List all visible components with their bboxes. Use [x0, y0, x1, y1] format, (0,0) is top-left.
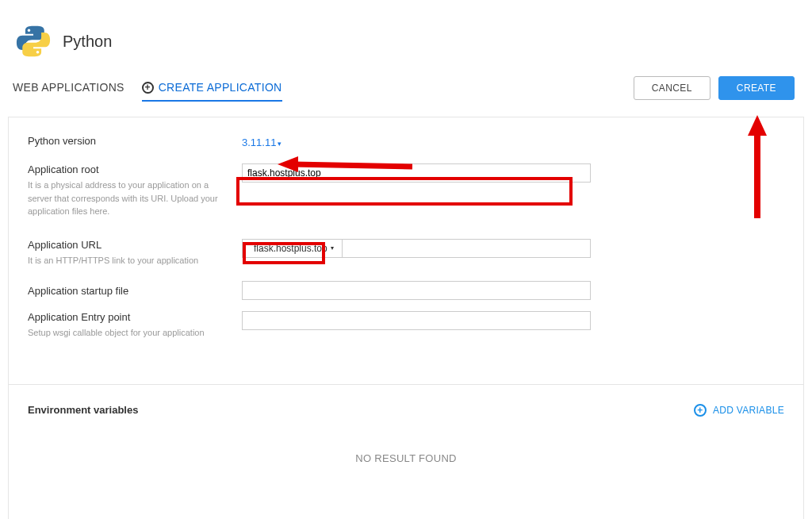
caret-down-icon: ▾	[331, 244, 334, 252]
label-startup-file: Application startup file	[28, 285, 234, 297]
label-python-version: Python version	[28, 135, 234, 147]
python-logo-icon	[16, 24, 51, 59]
label-app-url: Application URL	[28, 239, 234, 251]
page-header: Python	[8, 16, 804, 67]
startup-file-input[interactable]	[242, 281, 591, 300]
app-url-path-input[interactable]	[343, 239, 591, 258]
tab-web-applications[interactable]: WEB APPLICATIONS	[13, 75, 124, 102]
row-app-url: Application URL It is an HTTP/HTTPS link…	[28, 239, 784, 267]
form-card: Python version 3.11.11▾ Application root…	[8, 117, 804, 519]
add-variable-label: ADD VARIABLE	[713, 405, 784, 416]
tabs-row: WEB APPLICATIONS + CREATE APPLICATION CA…	[8, 75, 804, 102]
env-title: Environment variables	[28, 404, 138, 416]
tab-create-application[interactable]: + CREATE APPLICATION	[142, 75, 282, 102]
app-root-input[interactable]	[242, 163, 591, 183]
label-app-root: Application root	[28, 163, 234, 175]
app-url-group: flask.hostplus.top▾	[242, 239, 591, 258]
env-header: Environment variables + ADD VARIABLE	[28, 404, 784, 417]
row-entry-point: Application Entry point Setup wsgi calla…	[28, 311, 784, 340]
tab-create-application-label: CREATE APPLICATION	[159, 81, 282, 94]
label-entry-point: Application Entry point	[28, 311, 234, 323]
python-version-dropdown[interactable]: 3.11.11▾	[242, 136, 282, 148]
python-version-value: 3.11.11	[242, 136, 276, 148]
env-section: Environment variables + ADD VARIABLE NO …	[9, 385, 803, 520]
row-app-root: Application root It is a physical addres…	[28, 163, 784, 218]
row-startup-file: Application startup file	[28, 281, 784, 300]
cancel-button[interactable]: CANCEL	[634, 76, 710, 100]
add-variable-button[interactable]: + ADD VARIABLE	[694, 404, 784, 417]
create-button[interactable]: CREATE	[718, 76, 795, 100]
page-title: Python	[63, 33, 112, 51]
env-empty-state: NO RESULT FOUND	[28, 417, 784, 508]
plus-circle-icon: +	[142, 82, 154, 94]
tabs: WEB APPLICATIONS + CREATE APPLICATION	[8, 75, 282, 102]
page-root: Python WEB APPLICATIONS + CREATE APPLICA…	[8, 16, 804, 519]
app-url-domain-value: flask.hostplus.top	[254, 243, 327, 254]
app-url-domain-dropdown[interactable]: flask.hostplus.top▾	[242, 239, 343, 258]
help-app-url: It is an HTTP/HTTPS link to your applica…	[28, 254, 218, 267]
help-entry-point: Setup wsgi callable object for your appl…	[28, 326, 218, 340]
plus-circle-icon: +	[694, 404, 707, 417]
form-body: Python version 3.11.11▾ Application root…	[9, 117, 803, 370]
action-buttons: CANCEL CREATE	[634, 76, 804, 100]
row-python-version: Python version 3.11.11▾	[28, 135, 784, 149]
caret-down-icon: ▾	[278, 140, 282, 148]
help-app-root: It is a physical address to your applica…	[28, 179, 218, 218]
entry-point-input[interactable]	[242, 311, 591, 330]
